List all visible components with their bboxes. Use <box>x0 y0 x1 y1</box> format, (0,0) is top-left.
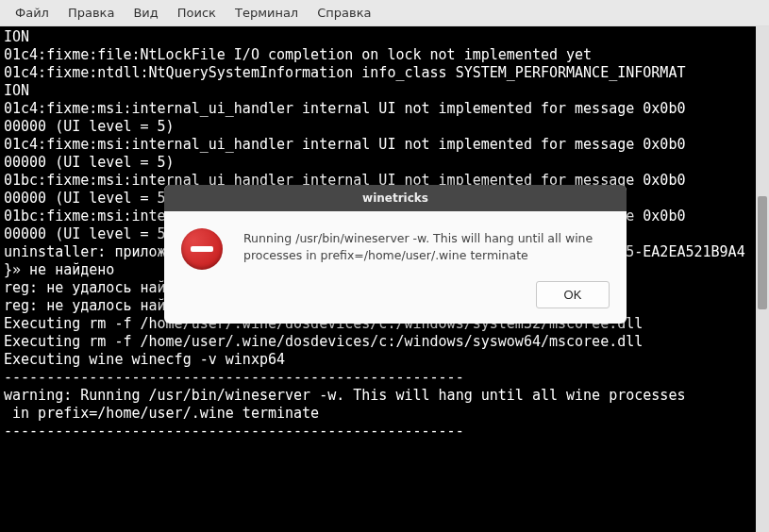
scrollbar[interactable] <box>756 26 769 532</box>
ok-button[interactable]: OK <box>536 281 610 308</box>
menu-item-help[interactable]: Справка <box>308 2 380 24</box>
terminal-window: Файл Правка Вид Поиск Терминал Справка I… <box>0 0 769 532</box>
menu-item-search[interactable]: Поиск <box>168 2 226 24</box>
menu-item-view[interactable]: Вид <box>124 2 167 24</box>
winetricks-dialog: winetricks Running /usr/bin/wineserver -… <box>164 185 627 324</box>
terminal-line: 00000 (UI level = 5) <box>4 118 765 136</box>
terminal-line: ----------------------------------------… <box>4 369 765 387</box>
dialog-icon-wrap <box>181 228 226 270</box>
dialog-message: Running /usr/bin/wineserver -w. This wil… <box>243 228 610 270</box>
menubar: Файл Правка Вид Поиск Терминал Справка <box>0 0 769 26</box>
scrollbar-thumb[interactable] <box>758 196 767 309</box>
terminal-line: 00000 (UI level = 5) <box>4 154 765 172</box>
dialog-button-row: OK <box>164 281 627 324</box>
terminal-line: 01c4:fixme:ntdll:NtQuerySystemInformatio… <box>4 64 765 82</box>
terminal-line: warning: Running /usr/bin/wineserver -w.… <box>4 387 765 405</box>
terminal-line: Executing rm -f /home/user/.wine/dosdevi… <box>4 333 765 351</box>
terminal-line: 01c4:fixme:msi:internal_ui_handler inter… <box>4 136 765 154</box>
menu-item-edit[interactable]: Правка <box>59 2 124 24</box>
terminal-line: Executing wine winecfg -v winxp64 <box>4 351 765 369</box>
menu-item-file[interactable]: Файл <box>6 2 59 24</box>
menu-item-terminal[interactable]: Терминал <box>226 2 308 24</box>
terminal-line: ----------------------------------------… <box>4 423 765 441</box>
dialog-body: Running /usr/bin/wineserver -w. This wil… <box>164 211 627 281</box>
terminal-line: 01c4:fixme:file:NtLockFile I/O completio… <box>4 46 765 64</box>
dialog-titlebar[interactable]: winetricks <box>164 185 627 211</box>
terminal-line: in prefix=/home/user/.wine terminate <box>4 405 765 423</box>
terminal-line: ION <box>4 82 765 100</box>
dialog-title: winetricks <box>362 191 428 205</box>
terminal-line: 01c4:fixme:msi:internal_ui_handler inter… <box>4 100 765 118</box>
terminal-line: ION <box>4 28 765 46</box>
error-icon <box>181 228 223 270</box>
